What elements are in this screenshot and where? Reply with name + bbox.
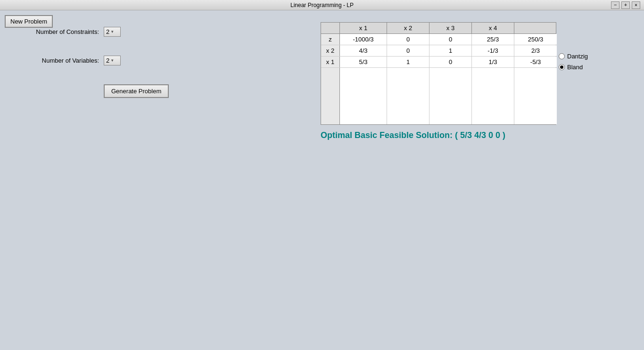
generate-problem-button[interactable]: Generate Problem — [104, 84, 169, 98]
window-controls: − + × — [611, 1, 640, 9]
row-label-x1: x 1 — [321, 57, 340, 67]
variables-dropdown-arrow: ▼ — [110, 58, 114, 63]
cell-z-2: 0 — [387, 34, 429, 45]
table-body: z -1000/3 0 0 25/3 250/3 x 2 4/3 0 1 -1/… — [321, 34, 556, 124]
main-content: New Problem Number of Constraints: 2 ▼ N… — [0, 10, 644, 33]
table-spacer — [321, 68, 556, 124]
cell-z-5: 250/3 — [514, 34, 557, 45]
cell-x1-2: 1 — [387, 57, 429, 67]
cell-z-4: 25/3 — [472, 34, 514, 45]
cell-z-1: -1000/3 — [340, 34, 387, 45]
table-row: x 2 4/3 0 1 -1/3 2/3 — [321, 45, 556, 57]
new-problem-button[interactable]: New Problem — [5, 15, 53, 28]
header-extra — [514, 23, 557, 33]
dantzig-option[interactable]: Dantzig — [559, 53, 588, 60]
table-row: z -1000/3 0 0 25/3 250/3 — [321, 34, 556, 45]
left-panel: Number of Constraints: 2 ▼ Number of Var… — [5, 27, 226, 98]
constraints-row: Number of Constraints: 2 ▼ — [5, 27, 226, 37]
constraints-dropdown-arrow: ▼ — [110, 30, 114, 34]
cell-x1-5: -5/3 — [514, 57, 557, 67]
header-x3: x 3 — [429, 23, 472, 33]
cell-x1-1: 5/3 — [340, 57, 387, 67]
bland-option[interactable]: Bland — [559, 64, 588, 71]
cell-x2-4: -1/3 — [472, 45, 514, 56]
solution-text: Optimal Basic Feasible Solution: ( 5/3 4… — [321, 130, 505, 140]
cell-x2-5: 2/3 — [514, 45, 557, 56]
spacer-1 — [340, 68, 387, 124]
algorithm-panel: Dantzig Bland — [559, 53, 588, 74]
simplex-table: x 1 x 2 x 3 x 4 z -1000/3 0 0 25/3 250/3 — [321, 22, 556, 125]
bland-radio[interactable] — [559, 64, 565, 70]
constraints-label: Number of Constraints: — [5, 28, 99, 35]
table-row: x 1 5/3 1 0 1/3 -5/3 — [321, 57, 556, 68]
minimize-button[interactable]: − — [611, 1, 619, 9]
spacer-2 — [387, 68, 429, 124]
close-button[interactable]: × — [632, 1, 640, 9]
constraints-dropdown[interactable]: 2 ▼ — [104, 27, 121, 37]
spacer-5 — [514, 68, 557, 124]
maximize-button[interactable]: + — [621, 1, 630, 9]
variables-row: Number of Variables: 2 ▼ — [5, 56, 226, 65]
header-empty — [321, 23, 340, 33]
cell-x2-3: 1 — [429, 45, 472, 56]
cell-z-3: 0 — [429, 34, 472, 45]
dantzig-label: Dantzig — [567, 53, 588, 60]
variables-dropdown[interactable]: 2 ▼ — [104, 56, 121, 65]
variables-value: 2 — [106, 57, 109, 64]
row-label-x2: x 2 — [321, 45, 340, 56]
cell-x1-4: 1/3 — [472, 57, 514, 67]
title-bar: Linear Programming - LP − + × — [0, 0, 644, 10]
cell-x1-3: 0 — [429, 57, 472, 67]
spacer-label — [321, 68, 340, 124]
header-x1: x 1 — [340, 23, 387, 33]
header-x2: x 2 — [387, 23, 429, 33]
row-label-z: z — [321, 34, 340, 45]
bland-label: Bland — [567, 64, 583, 71]
simplex-table-panel: x 1 x 2 x 3 x 4 z -1000/3 0 0 25/3 250/3 — [321, 22, 556, 125]
spacer-3 — [429, 68, 472, 124]
spacer-4 — [472, 68, 514, 124]
cell-x2-1: 4/3 — [340, 45, 387, 56]
dantzig-radio[interactable] — [559, 53, 565, 59]
variables-label: Number of Variables: — [5, 57, 99, 64]
cell-x2-2: 0 — [387, 45, 429, 56]
constraints-value: 2 — [106, 28, 109, 35]
table-header: x 1 x 2 x 3 x 4 — [321, 23, 556, 34]
window-title: Linear Programming - LP — [290, 2, 354, 8]
header-x4: x 4 — [472, 23, 514, 33]
